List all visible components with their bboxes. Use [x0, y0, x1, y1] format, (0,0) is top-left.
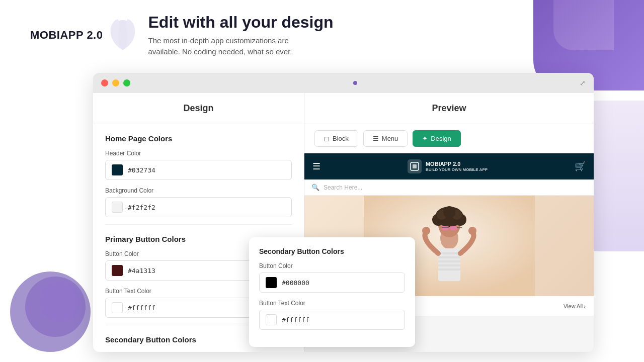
background-color-swatch [112, 202, 123, 213]
mobile-view-all[interactable]: View All › [564, 303, 586, 309]
preview-panel-header: Preview [304, 93, 594, 124]
secondary-popup-text-color-swatch [266, 314, 277, 325]
svg-rect-17 [438, 252, 460, 254]
svg-rect-18 [438, 256, 460, 258]
svg-point-23 [468, 227, 476, 235]
mobile-cart-icon[interactable]: 🛒 [575, 161, 586, 172]
mobile-search-bar[interactable]: 🔍 Search Here... [304, 179, 594, 196]
tab-menu[interactable]: ☰ Menu [363, 130, 408, 147]
section-divider-1 [105, 224, 292, 225]
expand-icon[interactable]: ⤢ [580, 79, 586, 87]
secondary-popup-text-color-input[interactable]: #ffffff [259, 310, 405, 330]
svg-rect-21 [438, 268, 460, 270]
browser-titlebar: ⤢ [93, 73, 594, 93]
secondary-popup-text-color-label: Button Text Color [259, 300, 405, 307]
svg-rect-20 [438, 264, 460, 266]
app-logo: MOBIAPP 2.0 [30, 29, 103, 42]
svg-point-22 [422, 227, 430, 235]
mobile-hamburger-icon[interactable]: ☰ [312, 161, 320, 172]
browser-window: ⤢ Design Home Page Colors Header Color #… [93, 73, 594, 352]
headline-title: Edit with all your design [148, 13, 333, 32]
mobile-brand-text: MOBIAPP 2.0 BUILD YOUR OWN MOBILE APP [426, 160, 488, 173]
header-color-label: Header Color [105, 150, 292, 157]
tab-design-label: Design [431, 135, 451, 142]
secondary-colors-popup: Secondary Button Colors Button Color #00… [249, 237, 415, 347]
background-color-label: Background Color [105, 187, 292, 194]
tab-design[interactable]: ✦ Design [413, 130, 460, 147]
svg-point-11 [443, 206, 455, 218]
menu-icon: ☰ [373, 135, 379, 142]
preview-tabs: ◻ Block ☰ Menu ✦ Design [304, 124, 594, 153]
secondary-popup-button-color-input[interactable]: #000000 [259, 273, 405, 293]
block-icon: ◻ [324, 135, 330, 142]
bg-decoration-bottom-left [0, 261, 101, 362]
headline-subtitle: The most in-depth app customizations are… [148, 35, 333, 58]
design-panel-header: Design [93, 93, 304, 124]
mobile-search-placeholder: Search Here... [324, 184, 362, 191]
primary-button-text-color-value: #ffffff [128, 304, 155, 312]
titlebar-dot [353, 81, 357, 85]
mobile-search-icon: 🔍 [311, 184, 319, 191]
secondary-button-color-label: Button Color [105, 351, 292, 352]
secondary-popup-button-color-value: #000000 [282, 279, 309, 287]
window-maximize-button[interactable] [123, 79, 130, 86]
header-section: MOBIAPP 2.0 Edit with all your design Th… [0, 0, 644, 70]
svg-rect-13 [450, 226, 457, 230]
leaf-icon [103, 15, 143, 55]
background-color-input[interactable]: #f2f2f2 [105, 197, 292, 217]
secondary-popup-button-color-swatch [266, 277, 277, 288]
background-color-value: #f2f2f2 [128, 204, 155, 211]
primary-button-color-value: #4a1313 [128, 267, 155, 275]
bg-circle-3 [40, 282, 80, 322]
tab-menu-label: Menu [382, 135, 398, 142]
secondary-popup-text-color-value: #ffffff [282, 316, 309, 324]
headline-area: Edit with all your design The most in-de… [148, 13, 333, 57]
header-color-value: #032734 [128, 166, 155, 174]
logo-area: MOBIAPP 2.0 [30, 29, 103, 42]
mobile-header: ☰ MOBIAPP 2.0 BUILD YOUR OWN MOBILE AP [304, 153, 594, 179]
tab-block-label: Block [333, 135, 349, 142]
svg-rect-19 [438, 260, 460, 262]
design-tab-icon: ✦ [422, 135, 428, 142]
tab-block[interactable]: ◻ Block [314, 130, 358, 147]
window-close-button[interactable] [101, 79, 108, 86]
svg-rect-1 [413, 164, 417, 168]
mobile-brand-logo [408, 159, 422, 173]
primary-button-text-color-swatch [112, 302, 123, 313]
home-page-colors-title: Home Page Colors [105, 134, 292, 143]
secondary-popup-button-color-label: Button Color [259, 262, 405, 269]
header-color-input[interactable]: #032734 [105, 160, 292, 180]
popup-title: Secondary Button Colors [259, 247, 405, 255]
header-color-swatch [112, 164, 123, 175]
mobile-brand: MOBIAPP 2.0 BUILD YOUR OWN MOBILE APP [408, 159, 488, 173]
primary-button-color-swatch [112, 265, 123, 276]
window-minimize-button[interactable] [112, 79, 119, 86]
